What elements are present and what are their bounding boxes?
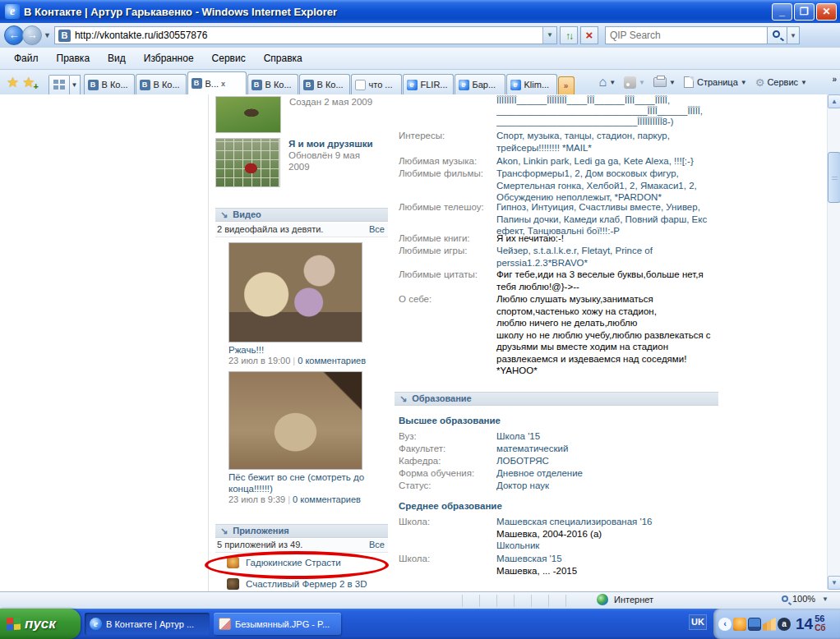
video-comments-link[interactable]: 0 комментариев xyxy=(293,494,361,504)
search-input[interactable] xyxy=(606,27,767,44)
app-row[interactable]: Гадюкинские Страсти xyxy=(227,557,341,568)
command-bar-overflow-icon[interactable]: » xyxy=(832,75,837,84)
qip-tray-icon[interactable] xyxy=(733,618,746,631)
network-monitor-icon[interactable] xyxy=(748,618,761,631)
photo-thumbnail[interactable] xyxy=(215,96,281,133)
internet-zone-icon xyxy=(597,594,608,605)
vertical-scrollbar[interactable]: ▲ ▼ xyxy=(827,94,840,590)
search-icon xyxy=(773,30,780,38)
tab-7[interactable]: eБар... xyxy=(455,74,505,94)
forward-button[interactable]: → xyxy=(22,25,42,45)
statusbar-separator xyxy=(531,595,532,607)
page-menu-button[interactable]: Страница▼ xyxy=(684,76,747,88)
close-button[interactable]: ✕ xyxy=(816,3,837,21)
video-title-link[interactable]: Ржачь!!! xyxy=(228,345,376,356)
tab-overflow-button[interactable]: » xyxy=(558,76,575,94)
stop-button[interactable]: × xyxy=(580,26,598,44)
page-content: Создан 2 мая 2009Я и мои друзяшкиОбновлё… xyxy=(0,94,827,591)
window-title: В Контакте | Артур Гарькавенко - Windows… xyxy=(24,6,772,18)
video-thumbnail[interactable] xyxy=(228,371,362,470)
search-box[interactable] xyxy=(605,26,768,44)
address-field[interactable]: B http://vkontakte.ru/id30557876 ▼ xyxy=(54,26,557,44)
scroll-up-icon[interactable]: ▲ xyxy=(828,94,840,108)
tab-6[interactable]: eFLIR... xyxy=(403,74,454,94)
search-button[interactable] xyxy=(768,26,787,44)
back-button[interactable]: ← xyxy=(4,25,24,45)
add-favorite-icon[interactable]: ★ xyxy=(22,74,35,91)
menu-item-4[interactable]: Сервис xyxy=(203,50,255,67)
taskbar-task-1[interactable]: Безымянный.JPG - P... xyxy=(214,613,341,635)
section-title: Видео xyxy=(233,209,261,219)
video-title-link[interactable]: Пёс бежит во сне (смотреть до конца!!!!!… xyxy=(228,472,376,494)
video-comments-link[interactable]: 0 комментариев xyxy=(298,356,366,365)
field-value[interactable]: Доктор наук xyxy=(496,480,713,492)
photo-thumbnail[interactable] xyxy=(215,138,280,187)
higher-education-title: Высшее образование xyxy=(399,416,501,425)
field-value[interactable]: ЛОБОТРЯС xyxy=(496,455,713,467)
rss-button[interactable]: ▼ xyxy=(624,76,645,89)
menu-item-0[interactable]: Файл xyxy=(5,50,48,67)
zoom-control[interactable]: 100% ▼ xyxy=(782,594,828,604)
tab-3[interactable]: BВ Ко... xyxy=(247,74,298,94)
field-value[interactable]: Трансформеры1, 2, Дом восковых фигур, См… xyxy=(496,168,713,204)
video-thumbnail[interactable] xyxy=(228,242,362,342)
scroll-down-icon[interactable]: ▼ xyxy=(828,576,840,590)
hide-tray-icons-icon[interactable]: ‹ xyxy=(718,618,732,631)
field-value[interactable]: Akon, Linkin park, Ledi ga ga, Kete Alex… xyxy=(496,155,713,168)
tools-menu-button[interactable]: ⚙Сервис▼ xyxy=(755,76,807,89)
field-value[interactable]: Гипноз, Интуиция, Счастливы вместе, Унив… xyxy=(496,201,713,237)
zoom-caret-icon[interactable]: ▼ xyxy=(822,595,828,603)
field-value[interactable]: Чейзер, s.t.a.l.k.e.r, Fletayt, Prince o… xyxy=(496,245,713,269)
photo-album-row: Я и мои друзяшкиОбновлён 9 мая 2009 xyxy=(215,138,379,187)
menu-item-5[interactable]: Справка xyxy=(255,50,312,67)
app-tray-icon[interactable]: a xyxy=(778,618,791,631)
field-value[interactable]: математический xyxy=(496,443,713,455)
quick-tabs-button[interactable] xyxy=(48,75,70,94)
rss-icon xyxy=(624,76,636,89)
scrollbar-thumb[interactable] xyxy=(828,152,840,203)
favorites-star-icon[interactable]: ★ xyxy=(7,74,19,91)
quick-tabs-caret-icon[interactable]: ▼ xyxy=(70,75,81,94)
system-tray: ‹ a 14 56 Сб xyxy=(713,609,840,639)
menu-item-1[interactable]: Правка xyxy=(48,50,99,67)
address-dropdown-icon[interactable]: ▼ xyxy=(542,27,556,44)
menu-item-3[interactable]: Избранное xyxy=(135,50,203,67)
app-link[interactable]: Счастливый Фермер 2 в 3D xyxy=(246,579,367,589)
refresh-button[interactable]: ↑↓ xyxy=(560,26,578,44)
tab-0[interactable]: BВ Ко... xyxy=(84,74,135,94)
restore-button[interactable]: ❐ xyxy=(794,3,815,21)
language-indicator[interactable]: UK xyxy=(689,614,707,630)
minimize-button[interactable]: _ xyxy=(772,3,792,21)
search-options-caret-icon[interactable]: ▼ xyxy=(787,26,800,44)
section-title: Образование xyxy=(412,393,472,403)
video-section-header: ↘Видео xyxy=(215,208,388,222)
field-label: Школа: xyxy=(399,553,496,565)
signal-strength-icon[interactable] xyxy=(763,618,776,631)
field-value-line[interactable]: Школьник xyxy=(496,540,713,552)
tab-4[interactable]: BВ Ко... xyxy=(299,74,350,94)
all-link[interactable]: Все xyxy=(369,223,385,237)
taskbar-task-0[interactable]: eВ Контакте | Артур ... xyxy=(85,613,210,635)
tab-2[interactable]: BВ...x xyxy=(187,71,247,94)
tab-close-icon[interactable]: x xyxy=(221,80,225,88)
field-value-line[interactable]: Машевская '15 xyxy=(496,553,713,565)
start-button[interactable]: пуск xyxy=(0,609,81,639)
tab-label: Бар... xyxy=(473,80,496,90)
field-value-line[interactable]: Машевская специализированая '16 xyxy=(496,516,713,528)
app-link[interactable]: Гадюкинские Страсти xyxy=(246,558,341,568)
tab-5[interactable]: что ... xyxy=(351,74,402,94)
photo-album-link[interactable]: Я и мои друзяшки xyxy=(288,138,379,149)
field-value[interactable]: Дневное отделение xyxy=(496,467,713,480)
field-value[interactable]: Спорт, музыка, танцы, стадион, паркур, т… xyxy=(496,130,713,154)
home-button[interactable]: ⌂▼ xyxy=(599,75,616,90)
tab-8[interactable]: eKlim... xyxy=(506,74,557,94)
section-arrow-icon: ↘ xyxy=(220,526,228,536)
field-value[interactable]: Школа '15 xyxy=(496,430,713,443)
menu-item-2[interactable]: Вид xyxy=(99,50,135,67)
nav-history-caret-icon[interactable]: ▼ xyxy=(44,31,51,39)
all-link[interactable]: Все xyxy=(369,539,385,552)
app-row[interactable]: Счастливый Фермер 2 в 3D xyxy=(227,578,367,590)
tab-1[interactable]: BВ Ко... xyxy=(136,74,187,94)
tab-label: FLIR... xyxy=(421,80,448,90)
print-button[interactable]: ▼ xyxy=(653,77,676,87)
